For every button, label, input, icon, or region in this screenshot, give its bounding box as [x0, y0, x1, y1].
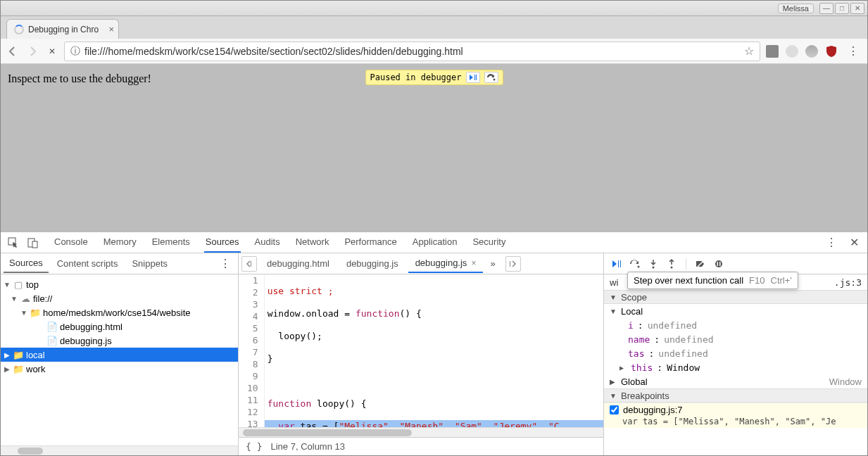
user-label: Melissa — [778, 4, 814, 13]
breakpoint-checkbox[interactable] — [610, 405, 619, 414]
tree-work[interactable]: ▶📁work — [1, 362, 238, 376]
panel-console[interactable]: Console — [53, 232, 89, 253]
deactivate-breakpoints-button[interactable] — [695, 260, 706, 268]
tree-file-js[interactable]: 📄debugging.js — [1, 334, 238, 348]
pretty-print-icon[interactable]: { } — [246, 441, 262, 452]
breakpoints-heading[interactable]: ▼Breakpoints — [604, 388, 867, 403]
tab-close-icon[interactable]: × — [108, 24, 114, 34]
minimize-button[interactable]: — — [819, 3, 834, 14]
stop-reload-button[interactable]: ✕ — [44, 44, 60, 59]
panel-sources[interactable]: Sources — [204, 232, 241, 253]
panel-elements[interactable]: Elements — [151, 232, 191, 253]
browser-tabstrip: Debugging in Chro × — [1, 16, 867, 39]
js-file-icon: 📄 — [47, 336, 57, 346]
folder-icon: 📁 — [30, 308, 40, 318]
panel-performance[interactable]: Performance — [343, 232, 398, 253]
devtools-panel-tabs: Console Memory Elements Sources Audits N… — [53, 232, 507, 253]
tree-top[interactable]: ▼▢top — [1, 277, 238, 291]
navigator-scrollbar[interactable] — [1, 445, 238, 455]
sources-navigator: Sources Content scripts Snippets ⋮ ▼▢top… — [1, 253, 239, 455]
step-out-button[interactable] — [666, 259, 677, 269]
url-text: file:///home/medskm/work/cse154/website/… — [84, 46, 740, 57]
debugger-sidebar: Step over next function call F10 Ctrl+' … — [604, 253, 867, 455]
browser-menu-button[interactable]: ⋮ — [843, 44, 863, 58]
back-button[interactable] — [5, 44, 20, 59]
scope-global[interactable]: ▶GlobalWindow — [604, 374, 867, 388]
editor-status-bar: { } Line 7, Column 13 — [239, 437, 603, 455]
svg-point-6 — [638, 265, 640, 267]
extension-icon-3[interactable] — [804, 44, 819, 59]
extension-icon-1[interactable] — [765, 44, 780, 59]
resume-button[interactable] — [611, 260, 622, 268]
panel-memory[interactable]: Memory — [102, 232, 138, 253]
svg-point-8 — [671, 266, 673, 268]
svg-rect-5 — [510, 261, 510, 267]
scope-local[interactable]: ▼Local — [604, 304, 867, 318]
overlay-resume-button[interactable] — [466, 72, 480, 83]
editor-more-tabs[interactable]: » — [486, 258, 499, 269]
editor-nav-button[interactable] — [241, 256, 257, 272]
editor-scrollbar[interactable] — [239, 427, 603, 437]
svg-rect-3 — [32, 241, 37, 248]
browser-toolbar: ✕ ⓘ file:///home/medskm/work/cse154/webs… — [1, 39, 867, 64]
line-gutter: 1234567891011121314 — [239, 274, 265, 427]
nav-tab-content-scripts[interactable]: Content scripts — [51, 255, 124, 272]
source-editor: debugging.html debugging.js debugging.js… — [239, 253, 604, 455]
tree-local[interactable]: ▶📁local — [1, 348, 238, 362]
device-toggle-icon[interactable] — [26, 237, 40, 248]
extension-icon-2[interactable] — [784, 44, 800, 59]
close-icon[interactable]: × — [471, 258, 476, 268]
browser-tab[interactable]: Debugging in Chro × — [6, 19, 119, 39]
devtools-menu-button[interactable]: ⋮ — [822, 236, 841, 249]
overlay-step-button[interactable] — [484, 72, 498, 83]
editor-toggle-pane[interactable] — [505, 256, 521, 272]
spinner-icon — [14, 25, 24, 34]
step-over-button[interactable] — [629, 260, 641, 268]
bookmark-star-icon[interactable]: ☆ — [744, 44, 754, 58]
panel-application[interactable]: Application — [411, 232, 459, 253]
folder-icon: 📁 — [13, 364, 23, 374]
pause-exceptions-button[interactable] — [713, 260, 724, 268]
devtools-body: Sources Content scripts Snippets ⋮ ▼▢top… — [1, 253, 867, 455]
paused-text: Paused in debugger — [370, 72, 461, 82]
breakpoint-item[interactable]: debugging.js:7 var tas = ["Melissa", "Ma… — [604, 403, 867, 428]
nav-tab-snippets[interactable]: Snippets — [126, 255, 173, 272]
frame-icon: ▢ — [13, 279, 23, 290]
page-body-text: Inspect me to use the debugger! — [8, 72, 151, 84]
inspect-element-icon[interactable] — [6, 237, 20, 248]
maximize-button[interactable]: □ — [835, 3, 849, 14]
devtools-close-button[interactable]: ✕ — [847, 236, 862, 249]
code-area[interactable]: 1234567891011121314 use strict ; window.… — [239, 274, 603, 427]
tree-file-html[interactable]: 📄debugging.html — [1, 319, 238, 334]
var-this[interactable]: ▶this: Window — [604, 360, 867, 374]
panel-security[interactable]: Security — [471, 232, 507, 253]
svg-rect-11 — [719, 262, 721, 266]
svg-point-9 — [715, 260, 722, 267]
panel-audits[interactable]: Audits — [253, 232, 282, 253]
debugger-tooltip: Step over next function call F10 Ctrl+' — [627, 272, 798, 289]
editor-tab-js-2[interactable]: debugging.js× — [408, 254, 484, 273]
forward-button[interactable] — [25, 44, 40, 59]
tree-origin[interactable]: ▼☁file:// — [1, 291, 238, 305]
ublock-icon[interactable] — [824, 44, 839, 59]
var-name: name: undefined — [604, 332, 867, 346]
page-viewport: Inspect me to use the debugger! Paused i… — [1, 64, 867, 232]
step-into-button[interactable] — [648, 259, 659, 269]
scope-heading[interactable]: ▼Scope — [604, 290, 867, 304]
svg-rect-4 — [251, 261, 251, 267]
editor-tab-js-1[interactable]: debugging.js — [339, 255, 405, 272]
panel-network[interactable]: Network — [294, 232, 331, 253]
tree-folder[interactable]: ▼📁home/medskm/work/cse154/website — [1, 305, 238, 319]
editor-tab-html[interactable]: debugging.html — [260, 255, 336, 272]
svg-rect-10 — [717, 262, 719, 266]
cloud-icon: ☁ — [20, 293, 30, 304]
navigator-menu-icon[interactable]: ⋮ — [215, 257, 235, 270]
info-icon[interactable]: ⓘ — [70, 45, 80, 58]
close-window-button[interactable]: ✕ — [850, 3, 864, 14]
devtools-toolbar: Console Memory Elements Sources Audits N… — [1, 232, 867, 253]
folder-icon: 📁 — [13, 350, 23, 360]
nav-tab-sources[interactable]: Sources — [4, 254, 49, 273]
file-tree: ▼▢top ▼☁file:// ▼📁home/medskm/work/cse15… — [1, 274, 238, 445]
url-bar[interactable]: ⓘ file:///home/medskm/work/cse154/websit… — [64, 42, 760, 61]
devtools: Console Memory Elements Sources Audits N… — [1, 232, 867, 455]
